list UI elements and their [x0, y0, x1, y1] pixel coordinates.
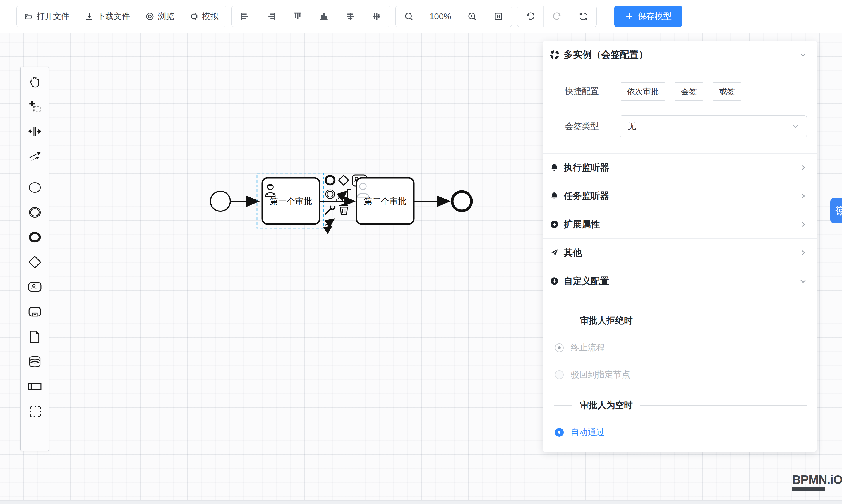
radio-auto-approve[interactable]: 自动通过: [555, 427, 817, 438]
reject-group-title: 审批人拒绝时: [580, 315, 633, 327]
preview-button[interactable]: 浏览: [138, 6, 182, 26]
bpmn-io-logo[interactable]: BPMN.iO: [792, 473, 825, 491]
fit-viewport-button[interactable]: [485, 6, 512, 26]
create-start-event[interactable]: [28, 180, 42, 195]
quick-config-countersign-button[interactable]: 会签: [674, 83, 704, 101]
user-task-shape-2[interactable]: 第二个审批: [356, 178, 414, 224]
radio-label: 驳回到指定节点: [571, 369, 630, 381]
align-left-button[interactable]: [232, 6, 258, 26]
radio-selected-disabled[interactable]: [555, 343, 564, 352]
bpmn-io-logo-text: BPMN.iO: [792, 473, 825, 487]
align-center-button[interactable]: [337, 6, 364, 26]
create-data-store[interactable]: [28, 355, 42, 368]
gateway-icon: [28, 255, 42, 269]
chevron-right-icon: [799, 164, 807, 172]
multi-instance-icon: [550, 50, 560, 60]
plus-icon: [625, 12, 634, 21]
radio-selected[interactable]: [555, 428, 564, 437]
user-task-shape-1[interactable]: 第一个审批: [262, 178, 320, 224]
divider: [554, 321, 573, 321]
create-end-event[interactable]: [28, 230, 42, 244]
section-label: 自定义配置: [564, 275, 794, 287]
divider: [554, 405, 573, 406]
save-model-button[interactable]: 保存模型: [614, 6, 682, 27]
zoom-in-button[interactable]: [459, 6, 485, 26]
send-icon: [550, 248, 559, 257]
hand-tool[interactable]: [28, 75, 42, 89]
radio-unselected-disabled[interactable]: [555, 370, 564, 379]
task-label: 第一个审批: [270, 197, 312, 206]
section-custom-config[interactable]: 自定义配置: [543, 267, 817, 295]
download-icon: [85, 12, 94, 21]
panel-sections: 执行监听器 任务监听器 扩展属性 其他 自定义配置 审批人拒绝时: [543, 153, 817, 452]
file-button-group: 打开文件 下载文件 浏览 模拟: [16, 6, 226, 27]
align-bottom-button[interactable]: [311, 6, 337, 26]
create-group[interactable]: [28, 404, 42, 418]
refresh-icon: [579, 12, 588, 21]
download-file-label: 下载文件: [97, 11, 130, 22]
align-right-icon: [266, 12, 276, 21]
section-extension-properties[interactable]: 扩展属性: [543, 210, 817, 238]
quick-config-row: 快捷配置 依次审批 会签 或签: [543, 83, 817, 101]
create-intermediate-event[interactable]: [28, 205, 42, 219]
sign-type-label: 会签类型: [565, 121, 609, 132]
align-middle-icon: [372, 12, 382, 21]
divider: [641, 405, 807, 406]
radio-return-to-node[interactable]: 驳回到指定节点: [555, 369, 817, 381]
zoom-out-button[interactable]: [396, 6, 422, 26]
save-model-label: 保存模型: [638, 11, 672, 22]
create-participant[interactable]: [28, 379, 42, 393]
start-event-shape[interactable]: [210, 191, 230, 211]
eye-icon: [145, 12, 154, 21]
section-other[interactable]: 其他: [543, 238, 817, 267]
custom-config-body: 审批人拒绝时 终止流程 驳回到指定节点 审批人为空时 自动通过: [543, 295, 817, 452]
section-execution-listener[interactable]: 执行监听器: [543, 153, 817, 182]
properties-panel: 多实例（会签配置） 快捷配置 依次审批 会签 或签 会签类型 无 执行监听器 任…: [543, 41, 817, 452]
zoom-button-group: 100%: [396, 6, 512, 27]
align-top-button[interactable]: [284, 6, 311, 26]
horizontal-scrollbar[interactable]: [0, 501, 842, 504]
append-end-event-button[interactable]: [326, 176, 334, 184]
radio-terminate-process[interactable]: 终止流程: [555, 342, 817, 354]
create-gateway[interactable]: [28, 255, 42, 269]
reject-group-title-row: 审批人拒绝时: [554, 315, 807, 327]
chevron-down-icon: [799, 51, 807, 58]
end-event-shape[interactable]: [452, 192, 472, 211]
lasso-tool[interactable]: [28, 100, 42, 113]
connect-tool[interactable]: [28, 149, 42, 163]
preview-label: 浏览: [158, 11, 174, 22]
simulate-button[interactable]: 模拟: [182, 6, 226, 26]
create-data-object[interactable]: [28, 330, 42, 344]
append-text-annotation-button[interactable]: [348, 189, 351, 200]
align-middle-button[interactable]: [364, 6, 390, 26]
undo-button[interactable]: [518, 6, 544, 26]
space-tool[interactable]: [28, 124, 42, 138]
create-subprocess[interactable]: [28, 305, 42, 319]
create-user-task[interactable]: [28, 280, 42, 294]
end-event-icon: [28, 230, 42, 244]
open-file-button[interactable]: 打开文件: [17, 6, 77, 26]
open-file-label: 打开文件: [37, 11, 69, 22]
settings-tab[interactable]: [830, 198, 842, 223]
quick-config-orsign-button[interactable]: 或签: [712, 83, 742, 101]
group-icon: [28, 404, 42, 418]
panel-title: 多实例（会签配置）: [564, 48, 795, 61]
download-file-button[interactable]: 下载文件: [77, 6, 138, 26]
zoom-level[interactable]: 100%: [422, 6, 459, 26]
task-label: 第二个审批: [364, 197, 406, 206]
redo-button[interactable]: [544, 6, 570, 26]
chevron-right-icon: [799, 249, 807, 256]
section-task-listener[interactable]: 任务监听器: [543, 182, 817, 210]
append-intermediate-event-button[interactable]: [326, 190, 334, 199]
quick-config-sequential-button[interactable]: 依次审批: [620, 83, 666, 101]
align-right-button[interactable]: [258, 6, 284, 26]
lasso-icon: [28, 100, 42, 113]
panel-header-multi-instance[interactable]: 多实例（会签配置）: [543, 41, 817, 69]
chevron-right-icon: [799, 220, 807, 228]
sign-type-select[interactable]: 无: [620, 115, 807, 138]
refresh-button[interactable]: [570, 6, 596, 26]
space-tool-icon: [28, 124, 42, 138]
delete-button[interactable]: [339, 204, 348, 215]
fit-viewport-icon: [494, 12, 503, 21]
chevron-down-icon: [799, 277, 807, 285]
